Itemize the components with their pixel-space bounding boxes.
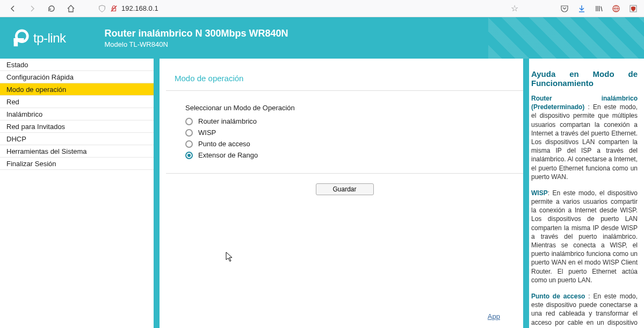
router-header: tp-link Router inalámbrico N 300Mbps WR8… <box>0 17 644 59</box>
radio-label: WISP <box>198 129 216 137</box>
divider <box>154 59 160 328</box>
help-paragraph: WISP: En este modo, el dispositivo permi… <box>531 189 638 284</box>
sidebar-item[interactable]: Red para Invitados <box>0 120 154 133</box>
help-paragraph: Punto de acceso : En este modo, este dis… <box>531 292 638 328</box>
group-label: Seleccionar un Modo de Operación <box>185 104 523 112</box>
pocket-icon[interactable] <box>559 3 570 14</box>
sidebar-item[interactable]: Modo de operación <box>0 83 154 96</box>
sidebar-nav: EstadoConfiguración RápidaModo de operac… <box>0 59 154 170</box>
shield-icon <box>98 4 106 13</box>
page-title: Router inalámbrico N 300Mbps WR840N <box>105 28 288 39</box>
radio-icon[interactable] <box>185 129 193 137</box>
radio-label: Punto de acceso <box>198 140 250 148</box>
app-link[interactable]: App <box>488 312 519 320</box>
browser-extensions <box>559 3 639 14</box>
library-icon[interactable] <box>594 3 604 14</box>
sidebar-item[interactable]: Estado <box>0 59 154 71</box>
radio-label: Extensor de Rango <box>198 151 258 159</box>
reload-button[interactable] <box>44 1 59 16</box>
sidebar-item[interactable]: Red <box>0 96 154 108</box>
sidebar-item[interactable]: Finalizar Sesión <box>0 158 154 170</box>
main-panel: Modo de operación Seleccionar un Modo de… <box>160 59 523 328</box>
address-bar[interactable]: 192.168.0.1 ☆ <box>93 1 523 16</box>
divider <box>523 59 529 328</box>
home-button[interactable] <box>63 1 78 16</box>
radio-option[interactable]: Router inalámbrico <box>185 117 523 125</box>
sidebar-item[interactable]: Inalámbrico <box>0 108 154 120</box>
model-text: Modelo TL-WR840N <box>105 40 288 48</box>
section-title: Modo de operación <box>166 59 523 90</box>
lock-insecure-icon <box>110 4 118 13</box>
extension-globe-icon[interactable] <box>611 3 621 14</box>
radio-icon[interactable] <box>185 152 193 159</box>
download-icon[interactable] <box>576 3 587 14</box>
radio-label: Router inalámbrico <box>198 117 257 125</box>
url-text: 192.168.0.1 <box>121 4 508 12</box>
sidebar-item[interactable]: Configuración Rápida <box>0 71 154 83</box>
help-paragraph: Router inalámbrico (Predeterminado) : En… <box>531 94 638 181</box>
sidebar-item[interactable]: Herramientas del Sistema <box>0 145 154 158</box>
brand-logo: tp-link <box>10 28 66 48</box>
help-panel: Ayuda en Modo de Funcionamiento Router i… <box>529 59 644 328</box>
radio-option[interactable]: WISP <box>185 129 523 137</box>
bookmark-star-icon[interactable]: ☆ <box>511 3 518 13</box>
radio-option[interactable]: Punto de acceso <box>185 140 523 148</box>
radio-icon[interactable] <box>185 140 193 148</box>
forward-button[interactable] <box>25 1 40 16</box>
sidebar-item[interactable]: DHCP <box>0 133 154 145</box>
browser-toolbar: 192.168.0.1 ☆ <box>0 0 644 17</box>
brand-text: tp-link <box>33 31 66 46</box>
back-button[interactable] <box>5 1 20 16</box>
save-button[interactable]: Guardar <box>316 183 374 195</box>
help-title: Ayuda en Modo de Funcionamiento <box>531 69 638 88</box>
radio-option[interactable]: Extensor de Rango <box>185 151 523 159</box>
svg-rect-6 <box>14 38 24 42</box>
extension-shield-icon[interactable] <box>628 3 639 14</box>
radio-icon[interactable] <box>185 118 193 125</box>
